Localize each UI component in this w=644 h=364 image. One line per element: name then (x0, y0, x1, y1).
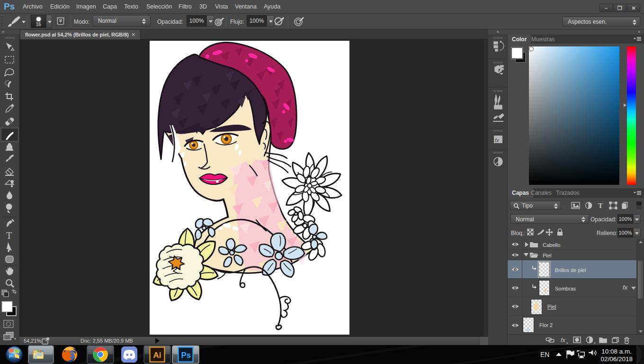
svg-text:Ai: Ai (153, 351, 161, 360)
svg-text:02/06/2018: 02/06/2018 (600, 355, 633, 363)
svg-text:EN: EN (540, 351, 549, 358)
svg-text:10:08 a.m.: 10:08 a.m. (601, 348, 632, 355)
svg-text:fx: fx (495, 137, 499, 143)
svg-text:T: T (6, 230, 12, 241)
svg-text:fx: fx (561, 337, 566, 344)
svg-text:Ps: Ps (181, 351, 191, 360)
svg-text:T: T (598, 202, 603, 209)
